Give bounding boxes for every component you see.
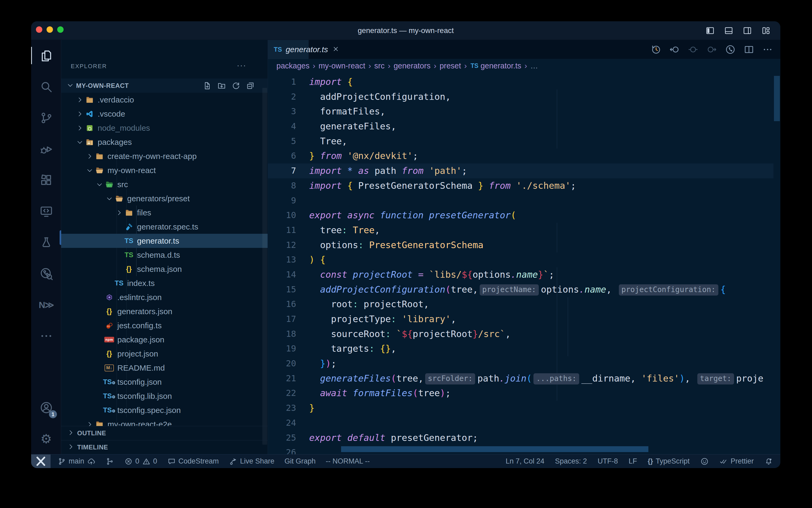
breadcrumb-item[interactable]: preset — [439, 61, 461, 70]
titlebar[interactable]: generator.ts — my-own-react — [31, 21, 780, 40]
status-codestream[interactable]: CodeStream — [168, 457, 219, 466]
breadcrumb-item[interactable]: … — [530, 61, 538, 70]
tree-item-files[interactable]: files — [61, 206, 268, 220]
activity-item-git-graph[interactable] — [31, 258, 61, 289]
activity-item-run-and-debug[interactable] — [31, 133, 61, 165]
status-vim-mode[interactable]: -- NORMAL -- — [326, 457, 370, 465]
tree-item-jest.config.ts[interactable]: jest.config.ts — [61, 319, 268, 333]
sidebar-more-actions-button[interactable]: ··· — [237, 61, 246, 70]
tree-item-packages[interactable]: packages — [61, 135, 268, 149]
tree-item-tsconfig.lib.json[interactable]: TS⚙ tsconfig.lib.json — [61, 389, 268, 403]
activity-item-explorer[interactable] — [31, 40, 61, 71]
activity-item-search[interactable] — [31, 71, 61, 102]
tree-item-schema.json[interactable]: {} schema.json — [61, 262, 268, 276]
tree-item-index.ts[interactable]: TS index.ts — [61, 276, 268, 290]
tree-item-tsconfig.spec.json[interactable]: TS⚙ tsconfig.spec.json — [61, 403, 268, 417]
tree-item-.eslintrc.json[interactable]: .eslintrc.json — [61, 290, 268, 304]
status-encoding[interactable]: UTF-8 — [598, 457, 618, 465]
close-tab-icon[interactable] — [332, 46, 339, 53]
folder-file-icon — [124, 208, 134, 217]
breadcrumb-item[interactable]: generator.ts — [480, 61, 521, 70]
breadcrumb-item[interactable]: generators — [393, 61, 430, 70]
split-editor-button[interactable] — [743, 44, 755, 55]
navigate-back-button[interactable] — [669, 44, 680, 55]
tree-item-tsconfig.json[interactable]: TS⚙ tsconfig.json — [61, 375, 268, 389]
activity-item-extensions[interactable] — [31, 165, 61, 196]
previous-change-button[interactable] — [687, 44, 699, 55]
tree-item-generators/preset[interactable]: generators/preset — [61, 192, 268, 206]
tree-item-project.json[interactable]: {} project.json — [61, 347, 268, 361]
toggle-primary-sidebar-button[interactable] — [705, 25, 715, 36]
status-github[interactable] — [700, 457, 709, 466]
line-number: 8 — [268, 178, 296, 193]
status-eol[interactable]: LF — [629, 457, 637, 465]
status-remote-indicator[interactable] — [31, 455, 51, 468]
breadcrumb-item[interactable]: packages — [277, 61, 309, 70]
activity-item-accounts[interactable]: 1 — [31, 392, 61, 423]
code-line-2: 2 addProjectConfiguration, — [268, 89, 773, 104]
customize-layout-button[interactable] — [761, 25, 771, 36]
breadcrumb-item[interactable]: my-own-react — [319, 61, 365, 70]
more-actions-button[interactable] — [762, 44, 773, 55]
next-change-button[interactable] — [706, 44, 718, 55]
code-line-21: 21 generateFiles(tree,srcFolder:path.joi… — [268, 371, 773, 386]
chevron-right-icon — [67, 429, 75, 437]
tree-item-create-my-own-react-app[interactable]: create-my-own-react-app — [61, 149, 268, 163]
tree-item-.vscode[interactable]: .vscode — [61, 107, 268, 121]
toggle-secondary-sidebar-button[interactable] — [742, 25, 753, 36]
collapse-folders-button[interactable] — [246, 81, 255, 90]
activity-item-source-control[interactable] — [31, 102, 61, 133]
folder-open-file-icon — [114, 194, 124, 203]
status-notifications[interactable] — [764, 457, 773, 466]
status-problems[interactable]: 00 — [124, 457, 157, 466]
horizontal-scrollbar[interactable] — [341, 446, 649, 452]
tree-item-my-own-react[interactable]: my-own-react — [61, 163, 268, 177]
tree-item-label: jest.config.ts — [117, 321, 162, 330]
tree-item-.verdaccio[interactable]: .verdaccio — [61, 93, 268, 107]
tree-item-schema.d.ts[interactable]: TS schema.d.ts — [61, 248, 268, 262]
status-indentation[interactable]: Spaces: 2 — [555, 457, 587, 465]
status-git-graph[interactable]: Git Graph — [284, 457, 316, 465]
new-file-button[interactable] — [203, 81, 212, 90]
status-cursor-position[interactable]: Ln 7, Col 24 — [506, 457, 544, 465]
tree-item-generators.json[interactable]: {} generators.json — [61, 304, 268, 319]
activity-item-nx-console[interactable]: N≫ — [31, 289, 61, 320]
nx-icon: N≫ — [39, 300, 53, 310]
folder-file-icon — [94, 151, 104, 161]
tree-item-generator.ts[interactable]: TS generator.ts — [61, 234, 268, 248]
tree-item-README.md[interactable]: M↓ README.md — [61, 361, 268, 375]
refresh-explorer-button[interactable] — [232, 81, 241, 90]
tree-item-my-own-react-e2e[interactable]: my-own-react-e2e — [61, 417, 268, 426]
panel-timeline[interactable]: TIMELINE — [61, 440, 268, 454]
panel-outline[interactable]: OUTLINE — [61, 426, 268, 440]
status-pipeline-status[interactable] — [106, 457, 114, 466]
status-live-share[interactable]: Live Share — [229, 457, 274, 466]
workspace-section-header[interactable]: MY-OWN-REACT — [61, 79, 268, 93]
git-graph-view-button[interactable] — [724, 44, 736, 55]
tree-item-node_modules[interactable]: node_modules — [61, 121, 268, 135]
tree-item-generator.spec.ts[interactable]: generator.spec.ts — [61, 220, 268, 234]
status-prettier[interactable]: Prettier — [719, 457, 754, 466]
vertical-scrollbar[interactable] — [774, 76, 780, 121]
activity-item-settings[interactable]: ⚙ — [31, 423, 61, 454]
tree-item-label: README.md — [117, 364, 165, 373]
activity-item-remote-explorer[interactable] — [31, 196, 61, 227]
activity-item-testing[interactable] — [31, 227, 61, 258]
tab-generator-ts[interactable]: TS generator.ts — [268, 40, 309, 59]
tree-item-package.json[interactable]: npm package.json — [61, 333, 268, 347]
sidebar-scrollbar[interactable] — [262, 88, 267, 444]
line-number: 16 — [268, 297, 296, 312]
chevron-right-icon — [85, 421, 94, 426]
toggle-panel-button[interactable] — [723, 25, 734, 36]
breadcrumb-item[interactable]: src — [374, 61, 385, 70]
activity-item-more-views[interactable] — [31, 320, 61, 351]
code-line-24: 24 — [268, 416, 773, 430]
editor-group: TS generator.ts packages›my-own-react›sr… — [268, 40, 780, 454]
new-folder-button[interactable] — [217, 81, 226, 90]
local-history-button[interactable] — [650, 44, 662, 55]
code-editor[interactable]: 1 import { 2 addProjectConfiguration, 3 … — [268, 73, 780, 454]
status-git-branch[interactable]: main — [57, 457, 96, 466]
tree-item-src[interactable]: src — [61, 177, 268, 192]
status-language-mode[interactable]: {}TypeScript — [648, 457, 689, 465]
activity-bar-top: N≫ — [31, 40, 61, 351]
